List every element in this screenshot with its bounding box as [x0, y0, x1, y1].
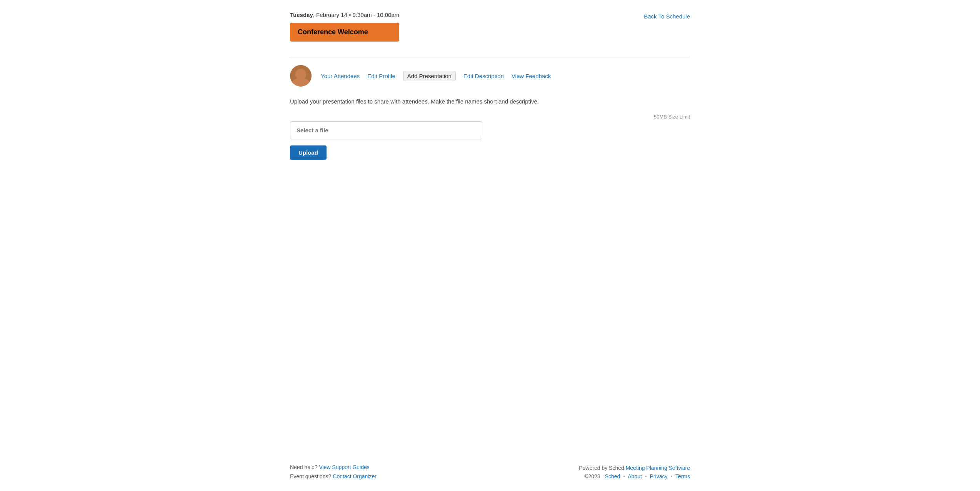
footer-help-text: Need help? View Support Guides — [290, 464, 377, 470]
nav-add-presentation[interactable]: Add Presentation — [403, 71, 456, 81]
footer-about-link[interactable]: About — [628, 473, 642, 479]
footer-contact-link[interactable]: Contact Organizer — [333, 473, 377, 479]
footer-meeting-planning-link[interactable]: Meeting Planning Software — [626, 465, 690, 471]
nav-view-feedback[interactable]: View Feedback — [512, 73, 551, 79]
nav-links: Your Attendees Edit Profile Add Presenta… — [321, 71, 551, 81]
nav-edit-description[interactable]: Edit Description — [463, 73, 504, 79]
footer-terms-link[interactable]: Terms — [675, 473, 690, 479]
upload-button[interactable]: Upload — [290, 145, 327, 160]
footer-event-text: Event questions? Contact Organizer — [290, 473, 377, 479]
file-input[interactable] — [290, 121, 482, 139]
footer-copyright-row: ©2023 Sched • About • Privacy • Terms — [584, 473, 690, 479]
session-title-badge: Conference Welcome — [290, 23, 399, 42]
file-input-wrapper: 50MB Size Limit — [290, 114, 690, 139]
footer-right: Powered by Sched Meeting Planning Softwa… — [579, 465, 690, 479]
size-limit-label: 50MB Size Limit — [498, 114, 690, 120]
footer-powered-by: Powered by Sched Meeting Planning Softwa… — [579, 465, 690, 471]
profile-nav-row: Your Attendees Edit Profile Add Presenta… — [290, 65, 690, 87]
page-wrapper: Tuesday, February 14 • 9:30am - 10:00am … — [259, 0, 721, 491]
footer-sched-link[interactable]: Sched — [605, 473, 620, 479]
datetime-bold: Tuesday — [290, 12, 313, 18]
nav-your-attendees[interactable]: Your Attendees — [321, 73, 360, 79]
avatar — [290, 65, 312, 87]
header-row: Tuesday, February 14 • 9:30am - 10:00am … — [290, 12, 690, 42]
upload-description: Upload your presentation files to share … — [290, 98, 690, 105]
header-divider — [290, 57, 690, 57]
upload-section: Upload your presentation files to share … — [290, 98, 690, 449]
footer-left: Need help? View Support Guides Event que… — [290, 464, 377, 479]
footer: Need help? View Support Guides Event que… — [290, 449, 690, 479]
header-left: Tuesday, February 14 • 9:30am - 10:00am … — [290, 12, 399, 42]
footer-privacy-link[interactable]: Privacy — [650, 473, 668, 479]
datetime-rest: , February 14 • 9:30am - 10:00am — [313, 12, 400, 18]
back-to-schedule-link[interactable]: Back To Schedule — [644, 13, 690, 20]
nav-edit-profile[interactable]: Edit Profile — [367, 73, 395, 79]
footer-support-link[interactable]: View Support Guides — [319, 464, 370, 470]
event-datetime: Tuesday, February 14 • 9:30am - 10:00am — [290, 12, 399, 18]
avatar-image — [290, 65, 312, 87]
